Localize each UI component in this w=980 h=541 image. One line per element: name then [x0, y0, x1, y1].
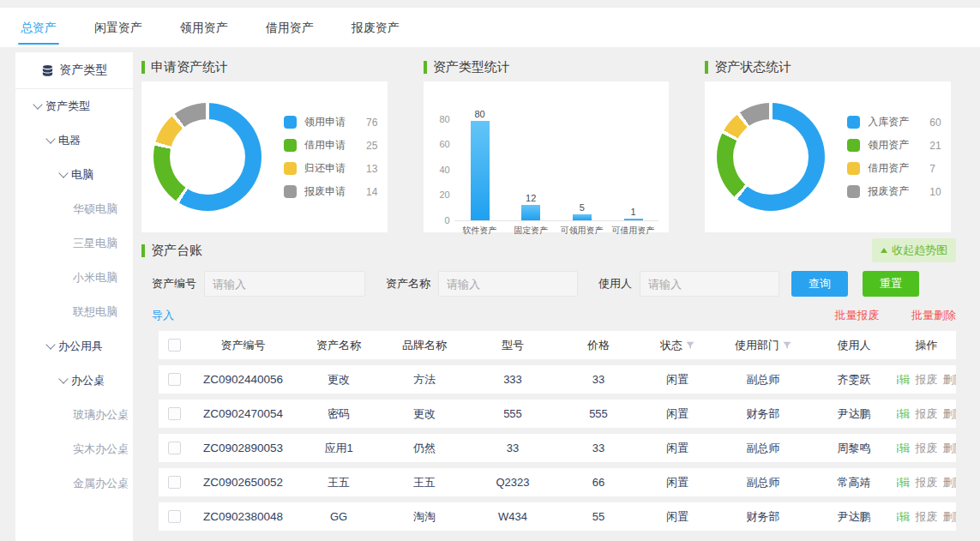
main-panel: 申请资产统计 领用申请76借用申请25归还申请13报废申请14 资产类型统计 0… [141, 52, 968, 541]
legend-label: 借用资产 [868, 161, 919, 176]
row-action-删除[interactable]: 删除 [943, 475, 957, 490]
cell-status: 闲置 [640, 406, 715, 422]
cell-user: 周黎鸣 [811, 441, 897, 456]
legend-item-报废申请[interactable]: 报废申请14 [284, 180, 377, 203]
cell-model: 33 [468, 442, 557, 454]
collapse-trend-button[interactable]: 收起趋势图 [872, 238, 956, 262]
row-checkbox[interactable] [168, 407, 181, 420]
legend-item-报废资产[interactable]: 报废资产10 [847, 180, 941, 203]
tree-item-金属办公桌[interactable]: 金属办公桌 [15, 466, 133, 501]
tree-item-联想电脑[interactable]: 联想电脑 [15, 295, 133, 329]
asset-code-input[interactable] [204, 271, 365, 297]
ledger-title: 资产台账 [141, 236, 202, 265]
reset-button[interactable]: 重置 [863, 271, 919, 297]
tree-item-办公用具[interactable]: 办公用具 [15, 329, 133, 364]
legend-item-入库资产[interactable]: 入库资产60 [847, 111, 941, 134]
row-action-编辑[interactable]: 编辑 [897, 406, 911, 422]
column-header-资产编号: 资产编号 [189, 338, 297, 353]
x-tick-label: 软件资产 [454, 225, 506, 237]
search-button[interactable]: 查询 [791, 271, 848, 297]
bar-column-可领用资产: 5 [556, 109, 608, 220]
row-action-编辑[interactable]: 编辑 [897, 509, 911, 525]
table-body: ZC0902440056更改方法33333闲置副总师齐雯跃编辑报废删除ZC090… [159, 365, 956, 531]
row-action-删除[interactable]: 删除 [943, 441, 957, 456]
tree-item-华硕电脑[interactable]: 华硕电脑 [15, 192, 133, 226]
tree-item-资产类型[interactable]: 资产类型 [15, 89, 133, 123]
tab-报废资产[interactable]: 报废资产 [352, 8, 400, 47]
column-header-资产名称: 资产名称 [297, 338, 381, 353]
tab-领用资产[interactable]: 领用资产 [180, 8, 228, 47]
apply-stats-card: 领用申请76借用申请25归还申请13报废申请14 [141, 81, 388, 232]
cell-price: 66 [557, 476, 640, 489]
batch-scrap-link[interactable]: 批量报废 [834, 309, 879, 322]
tab-借用资产[interactable]: 借用资产 [266, 8, 314, 47]
sidebar-header: 资产类型 [15, 52, 133, 89]
row-action-编辑[interactable]: 编辑 [897, 475, 911, 490]
filter-funnel-icon[interactable] [686, 341, 694, 350]
legend-swatch [284, 185, 297, 198]
legend-swatch [847, 116, 860, 129]
legend-label: 入库资产 [868, 115, 919, 129]
row-action-报废[interactable]: 报废 [916, 441, 938, 456]
cell-dept: 副总师 [715, 441, 811, 456]
cell-dept: 财务部 [715, 509, 811, 525]
column-header-状态: 状态 [640, 338, 715, 353]
legend-item-借用申请[interactable]: 借用申请25 [284, 134, 377, 157]
row-checkbox[interactable] [168, 476, 181, 489]
legend-label: 归还申请 [304, 161, 356, 176]
cell-brand: 淘淘 [381, 509, 468, 525]
tab-总资产[interactable]: 总资产 [21, 8, 57, 47]
chevron-down-icon [33, 99, 42, 109]
chevron-down-icon [45, 134, 55, 143]
database-icon [41, 64, 54, 77]
bar-value-label: 5 [580, 202, 585, 213]
column-header-使用部门: 使用部门 [715, 338, 811, 353]
tree-item-小米电脑[interactable]: 小米电脑 [15, 261, 133, 295]
legend-item-领用资产[interactable]: 领用资产21 [847, 134, 941, 157]
ledger-header: 资产台账 收起趋势图 [141, 234, 968, 267]
asset-name-input[interactable] [438, 271, 578, 297]
column-header-型号: 型号 [468, 338, 557, 353]
legend-item-归还申请[interactable]: 归还申请13 [284, 157, 377, 180]
row-action-报废[interactable]: 报废 [916, 372, 938, 388]
column-header-操作: 操作 [897, 338, 956, 353]
column-header-label: 使用部门 [735, 338, 779, 353]
row-action-报废[interactable]: 报废 [916, 475, 938, 490]
legend-item-借用资产[interactable]: 借用资产7 [847, 157, 941, 180]
sidebar-header-label: 资产类型 [60, 63, 108, 78]
row-action-编辑[interactable]: 编辑 [897, 372, 911, 388]
row-action-删除[interactable]: 删除 [943, 372, 957, 388]
row-action-编辑[interactable]: 编辑 [897, 441, 911, 456]
row-checkbox[interactable] [168, 373, 181, 386]
apply-stats-block: 申请资产统计 领用申请76借用申请25归还申请13报废申请14 [141, 52, 388, 232]
tree-item-label: 三星电脑 [73, 236, 117, 251]
tree-item-电器[interactable]: 电器 [15, 123, 133, 158]
filter-row: 资产编号 资产名称 使用人 查询 重置 [141, 267, 968, 305]
row-checkbox[interactable] [168, 339, 181, 352]
legend-item-领用申请[interactable]: 领用申请76 [284, 111, 377, 134]
tree-item-label: 电脑 [71, 167, 93, 183]
import-link[interactable]: 导入 [152, 308, 174, 323]
row-action-报废[interactable]: 报废 [916, 509, 938, 525]
tab-闲置资产[interactable]: 闲置资产 [94, 8, 142, 47]
tree-item-三星电脑[interactable]: 三星电脑 [15, 226, 133, 261]
tree-item-实木办公桌[interactable]: 实木办公桌 [15, 432, 133, 466]
apply-stats-title-text: 申请资产统计 [151, 59, 228, 75]
cell-actions: 编辑报废删除 [897, 441, 956, 456]
row-checkbox[interactable] [168, 442, 181, 454]
column-header-label: 使用人 [838, 338, 871, 353]
row-action-删除[interactable]: 删除 [943, 406, 957, 422]
charts-row: 申请资产统计 领用申请76借用申请25归还申请13报废申请14 资产类型统计 0… [141, 52, 968, 232]
filter-funnel-icon[interactable] [783, 341, 791, 350]
bar-column-软件资产: 80 [454, 109, 506, 220]
tree-item-办公桌[interactable]: 办公桌 [15, 364, 133, 398]
legend-swatch [847, 162, 860, 175]
batch-delete-link[interactable]: 批量删除 [911, 309, 956, 322]
row-action-报废[interactable]: 报废 [916, 406, 938, 422]
user-input[interactable] [640, 271, 779, 297]
row-checkbox[interactable] [168, 510, 181, 523]
row-action-删除[interactable]: 删除 [943, 509, 957, 525]
tree-item-玻璃办公桌[interactable]: 玻璃办公桌 [15, 398, 133, 432]
tree-item-电脑[interactable]: 电脑 [15, 158, 133, 192]
bar [471, 121, 490, 220]
